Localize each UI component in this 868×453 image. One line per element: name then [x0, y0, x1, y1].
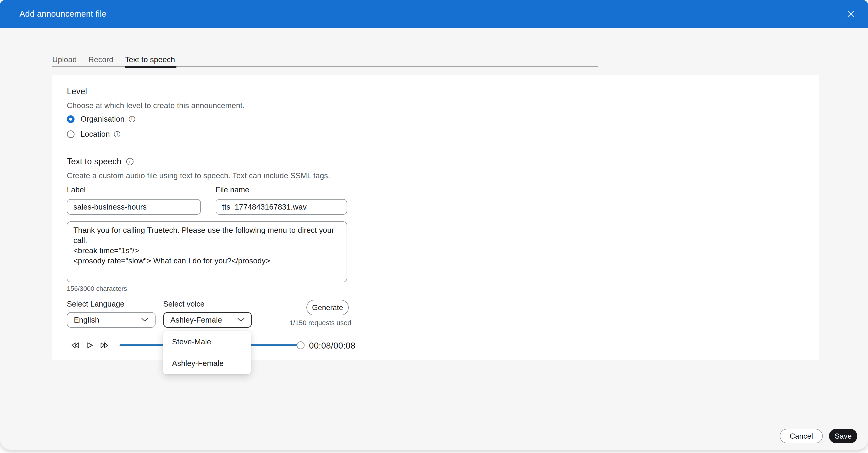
radio-row-organisation: Organisation i: [67, 115, 135, 124]
organisation-radio[interactable]: [67, 115, 74, 123]
label-input[interactable]: [67, 199, 201, 215]
content-card: Level Choose at which level to create th…: [52, 75, 819, 360]
tts-info-icon[interactable]: i: [126, 158, 133, 165]
close-icon: [846, 9, 856, 19]
level-description: Choose at which level to create this ann…: [67, 101, 245, 110]
tts-description: Create a custom audio file using text to…: [67, 171, 330, 180]
audio-player-controls: [71, 339, 109, 352]
tts-heading-row: Text to speech i: [67, 157, 133, 166]
fast-forward-icon: [100, 341, 109, 350]
voice-select-value: Ashley-Female: [170, 316, 222, 324]
modal-header: Add announcement file: [0, 0, 868, 28]
chevron-down-icon: [141, 318, 149, 322]
add-announcement-modal: Add announcement file Upload Record Text…: [0, 0, 868, 450]
tab-text-to-speech[interactable]: Text to speech: [125, 55, 175, 66]
radio-row-location: Location i: [67, 130, 120, 138]
rewind-icon: [71, 341, 80, 350]
tab-bar: Upload Record Text to speech: [52, 28, 598, 67]
tab-record[interactable]: Record: [88, 55, 114, 66]
cancel-button[interactable]: Cancel: [780, 429, 823, 443]
level-heading: Level: [67, 87, 87, 96]
character-counter: 156/3000 characters: [67, 285, 127, 292]
fast-forward-button[interactable]: [100, 341, 109, 350]
language-select-value: English: [74, 316, 99, 324]
voice-option-ashley-female[interactable]: Ashley-Female: [163, 353, 251, 375]
chevron-down-icon: [237, 318, 245, 322]
tab-upload[interactable]: Upload: [52, 55, 77, 66]
organisation-info-icon[interactable]: i: [129, 116, 135, 122]
file-name-input[interactable]: [216, 199, 347, 215]
close-button[interactable]: [844, 7, 857, 21]
rewind-button[interactable]: [71, 341, 80, 350]
select-language-label: Select Language: [67, 300, 124, 309]
label-field-label: Label: [67, 186, 86, 194]
save-button[interactable]: Save: [829, 429, 857, 443]
generate-button[interactable]: Generate: [306, 300, 349, 315]
organisation-radio-label[interactable]: Organisation: [81, 115, 125, 124]
tts-heading: Text to speech: [67, 157, 121, 166]
location-info-icon[interactable]: i: [114, 131, 120, 137]
audio-time-display: 00:08/00:08: [309, 341, 355, 351]
modal-footer: Cancel Save: [780, 429, 857, 443]
tts-text-input[interactable]: Thank you for calling Truetech. Please u…: [67, 221, 347, 282]
voice-select[interactable]: Ashley-Female: [163, 312, 252, 328]
voice-dropdown-menu: Steve-Male Ashley-Female: [163, 331, 251, 374]
language-select[interactable]: English: [67, 312, 156, 328]
voice-option-steve-male[interactable]: Steve-Male: [163, 331, 251, 353]
modal-title: Add announcement file: [20, 9, 106, 19]
play-button[interactable]: [86, 341, 94, 350]
select-voice-label: Select voice: [163, 300, 205, 309]
audio-progress-thumb[interactable]: [297, 342, 305, 349]
location-radio[interactable]: [67, 130, 74, 138]
location-radio-label[interactable]: Location: [81, 130, 110, 138]
file-name-field-label: File name: [216, 186, 249, 194]
play-icon: [86, 341, 94, 350]
requests-used-text: 1/150 requests used: [274, 319, 367, 327]
